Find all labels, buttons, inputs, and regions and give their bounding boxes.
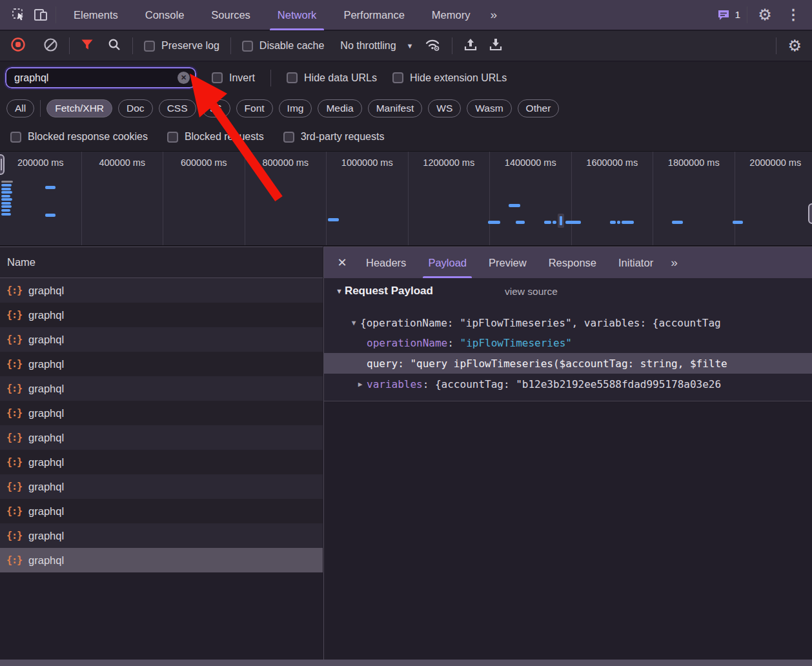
request-row[interactable]: {:}graphql bbox=[0, 303, 323, 327]
timeline-right-handle[interactable] bbox=[808, 203, 812, 224]
json-braces-icon: {:} bbox=[6, 481, 22, 492]
tab-console[interactable]: Console bbox=[132, 0, 198, 30]
payload-operation-line[interactable]: operationName: "ipFlowTimeseries" bbox=[324, 333, 812, 353]
chip-manifest[interactable]: Manifest bbox=[368, 99, 423, 117]
filter-input[interactable]: graphql ✕ bbox=[5, 67, 196, 88]
name-column-header[interactable]: Name bbox=[0, 247, 323, 278]
chip-other[interactable]: Other bbox=[518, 99, 560, 117]
view-source-link[interactable]: view source bbox=[505, 286, 558, 298]
kebab-menu-icon[interactable]: ⋮ bbox=[782, 4, 804, 26]
3rd-party-requests-checkbox[interactable] bbox=[283, 132, 294, 143]
variables-value: : {accountTag: "b12e3b2192ee5588fdad9951… bbox=[423, 378, 721, 390]
request-row[interactable]: {:}graphql bbox=[0, 499, 323, 523]
chip-doc[interactable]: Doc bbox=[118, 99, 153, 117]
timeline-request-bar bbox=[328, 218, 339, 221]
timeline-request-bar bbox=[1, 191, 12, 194]
inspect-element-button[interactable] bbox=[8, 4, 30, 26]
tab-performance[interactable]: Performance bbox=[330, 0, 418, 30]
export-har-button[interactable] bbox=[489, 37, 503, 54]
tab-network[interactable]: Network bbox=[264, 0, 330, 30]
chip-wasm[interactable]: Wasm bbox=[467, 99, 511, 117]
import-har-button[interactable] bbox=[463, 37, 478, 54]
request-row[interactable]: {:}graphql bbox=[0, 474, 323, 499]
blocked-requests-checkbox[interactable] bbox=[167, 132, 178, 143]
filter-button[interactable] bbox=[81, 39, 94, 53]
blocked-response-cookies-checkbox[interactable] bbox=[10, 132, 21, 143]
tab-sources[interactable]: Sources bbox=[198, 0, 264, 30]
chip-css[interactable]: CSS bbox=[159, 99, 196, 117]
name-column-label: Name bbox=[7, 256, 36, 268]
settings-gear-icon[interactable]: ⚙ bbox=[754, 4, 776, 26]
timeline-request-bar bbox=[488, 221, 500, 224]
request-name: graphql bbox=[28, 309, 64, 321]
tab-elements[interactable]: Elements bbox=[60, 0, 132, 30]
detail-tab-initiator[interactable]: Initiator bbox=[607, 247, 664, 278]
download-icon bbox=[489, 37, 503, 52]
payload-query-line-selected[interactable]: query: "query ipFlowTimeseries($accountT… bbox=[324, 353, 812, 374]
collapse-triangle-icon: ▼ bbox=[347, 319, 360, 327]
payload-variables-line[interactable]: ▶ variables: {accountTag: "b12e3b2192ee5… bbox=[324, 374, 812, 394]
more-detail-tabs-icon[interactable]: » bbox=[664, 256, 683, 270]
clear-filter-icon[interactable]: ✕ bbox=[178, 72, 190, 84]
timeline-request-bar bbox=[1, 202, 11, 205]
device-toolbar-button[interactable] bbox=[30, 4, 52, 26]
chip-font[interactable]: Font bbox=[236, 99, 273, 117]
timeline-request-bar bbox=[45, 186, 56, 189]
timeline-overview[interactable]: 200000 ms400000 ms600000 ms800000 ms1000… bbox=[0, 151, 812, 246]
section-collapse-icon: ▼ bbox=[336, 287, 343, 295]
timeline-request-bar bbox=[1, 195, 10, 197]
chip-fetch-xhr[interactable]: Fetch/XHR bbox=[46, 99, 112, 117]
request-name: graphql bbox=[28, 358, 64, 370]
request-row[interactable]: {:}graphql bbox=[0, 376, 323, 401]
disable-cache-checkbox[interactable] bbox=[242, 41, 253, 52]
upload-icon bbox=[463, 37, 478, 52]
hide-extension-urls-checkbox[interactable] bbox=[392, 72, 403, 83]
network-settings-gear-icon[interactable]: ⚙ bbox=[787, 37, 802, 55]
detail-tab-headers[interactable]: Headers bbox=[355, 247, 417, 278]
tab-memory[interactable]: Memory bbox=[418, 0, 484, 30]
more-panels-icon[interactable]: » bbox=[483, 8, 502, 22]
timeline-request-bar bbox=[622, 221, 634, 224]
json-braces-icon: {:} bbox=[6, 309, 22, 321]
throttling-dropdown[interactable]: No throttling ▼ bbox=[340, 40, 413, 52]
preserve-log-checkbox[interactable] bbox=[144, 41, 155, 52]
tabbar-right-cluster: 1 ⚙ ⋮ bbox=[717, 4, 804, 26]
clear-button[interactable] bbox=[43, 37, 58, 55]
close-panel-icon[interactable]: ✕ bbox=[329, 247, 355, 278]
timeline-request-bar bbox=[553, 221, 556, 224]
payload-root-line[interactable]: ▼ {operationName: "ipFlowTimeseries", va… bbox=[324, 313, 812, 333]
window-bottom-bar bbox=[0, 660, 812, 666]
clear-icon bbox=[43, 37, 58, 52]
record-button[interactable] bbox=[10, 37, 26, 55]
request-row[interactable]: {:}graphql bbox=[0, 425, 323, 450]
search-button[interactable] bbox=[107, 37, 121, 54]
invert-checkbox[interactable] bbox=[212, 72, 223, 83]
hide-data-urls-checkbox[interactable] bbox=[287, 72, 298, 83]
detail-tab-response[interactable]: Response bbox=[538, 247, 607, 278]
timeline-request-bar bbox=[1, 209, 10, 212]
request-row[interactable]: {:}graphql bbox=[0, 352, 323, 376]
chip-all[interactable]: All bbox=[6, 99, 34, 117]
chip-media[interactable]: Media bbox=[318, 99, 361, 117]
request-payload-section[interactable]: ▼ Request Payload bbox=[336, 285, 433, 298]
request-name: graphql bbox=[28, 554, 64, 567]
detail-tab-preview[interactable]: Preview bbox=[478, 247, 538, 278]
request-row[interactable]: {:}graphql bbox=[0, 548, 323, 572]
request-row[interactable]: {:}graphql bbox=[0, 450, 323, 474]
timeline-request-bar bbox=[1, 198, 12, 201]
chip-js[interactable]: JS bbox=[202, 99, 230, 117]
detail-tab-payload[interactable]: Payload bbox=[417, 247, 478, 278]
chip-ws[interactable]: WS bbox=[428, 99, 461, 117]
request-row[interactable]: {:}graphql bbox=[0, 327, 323, 352]
issues-button[interactable]: 1 bbox=[717, 4, 740, 26]
request-row[interactable]: {:}graphql bbox=[0, 523, 323, 548]
request-row[interactable]: {:}graphql bbox=[0, 278, 323, 303]
timeline-request-bar bbox=[617, 221, 620, 224]
chip-img[interactable]: Img bbox=[279, 99, 312, 117]
request-type-chips: AllFetch/XHRDocCSSJSFontImgMediaManifest… bbox=[0, 94, 812, 123]
request-detail-panel: ✕ HeadersPayloadPreviewResponseInitiator… bbox=[323, 247, 812, 660]
request-row[interactable]: {:}graphql bbox=[0, 401, 323, 425]
disable-cache-label: Disable cache bbox=[259, 40, 325, 52]
timeline-left-handle[interactable] bbox=[0, 154, 5, 175]
network-conditions-button[interactable] bbox=[424, 37, 441, 54]
